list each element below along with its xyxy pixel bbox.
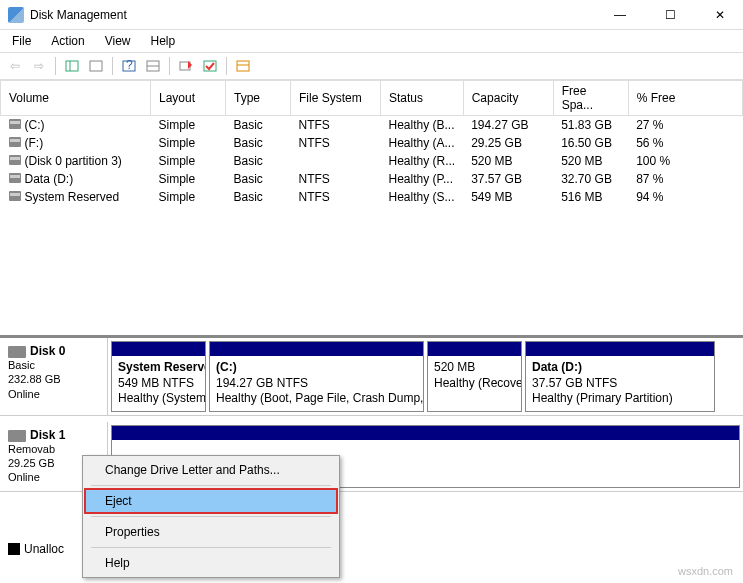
ctx-eject[interactable]: Eject [85, 489, 337, 513]
partition[interactable]: System Reserved 549 MB NTFS Healthy (Sys… [111, 341, 206, 412]
partition-bar [112, 426, 739, 440]
partition[interactable]: 520 MB Healthy (Recovery [427, 341, 522, 412]
partition-bar [112, 342, 205, 356]
svg-text:?: ? [126, 58, 133, 72]
table-row[interactable]: Data (D:)SimpleBasicNTFSHealthy (P...37.… [1, 170, 743, 188]
partition-health: Healthy (Boot, Page File, Crash Dump, [216, 391, 417, 407]
minimize-button[interactable]: — [605, 8, 635, 22]
disk-icon [8, 430, 26, 442]
toolbar-icon-6[interactable] [199, 55, 221, 77]
partition-title: System Reserved [118, 360, 199, 376]
maximize-button[interactable]: ☐ [655, 8, 685, 22]
col-free[interactable]: Free Spa... [553, 81, 628, 116]
forward-button[interactable]: ⇨ [28, 55, 50, 77]
table-row[interactable]: (Disk 0 partition 3)SimpleBasicHealthy (… [1, 152, 743, 170]
col-fs[interactable]: File System [291, 81, 381, 116]
toolbar-icon-1[interactable] [61, 55, 83, 77]
menu-view[interactable]: View [97, 32, 139, 50]
ctx-change-drive-letter[interactable]: Change Drive Letter and Paths... [85, 458, 337, 482]
svg-rect-8 [204, 61, 216, 71]
partition-bar [428, 342, 521, 356]
partition-size: 549 MB NTFS [118, 376, 199, 392]
col-status[interactable]: Status [381, 81, 464, 116]
col-layout[interactable]: Layout [151, 81, 226, 116]
legend-unallocated: Unalloc [8, 542, 64, 556]
toolbar-icon-2[interactable] [85, 55, 107, 77]
table-row[interactable]: (C:)SimpleBasicNTFSHealthy (B...194.27 G… [1, 116, 743, 135]
partition-health: Healthy (Primary Partition) [532, 391, 708, 407]
col-capacity[interactable]: Capacity [463, 81, 553, 116]
context-menu: Change Drive Letter and Paths... Eject P… [82, 455, 340, 578]
window-title: Disk Management [30, 8, 605, 22]
partition-size: 520 MB [434, 360, 515, 376]
partition-title: (C:) [216, 360, 417, 376]
partition[interactable]: (C:) 194.27 GB NTFS Healthy (Boot, Page … [209, 341, 424, 412]
app-icon [8, 7, 24, 23]
svg-rect-9 [237, 61, 249, 71]
partition[interactable]: Data (D:) 37.57 GB NTFS Healthy (Primary… [525, 341, 715, 412]
table-row[interactable]: System ReservedSimpleBasicNTFSHealthy (S… [1, 188, 743, 206]
close-button[interactable]: ✕ [705, 8, 735, 22]
disk-icon [8, 346, 26, 358]
toolbar-icon-7[interactable] [232, 55, 254, 77]
partition-health: Healthy (Recovery [434, 376, 515, 392]
disk0-partitions: System Reserved 549 MB NTFS Healthy (Sys… [108, 338, 743, 415]
menu-action[interactable]: Action [43, 32, 92, 50]
toolbar-icon-5[interactable] [175, 55, 197, 77]
ctx-properties[interactable]: Properties [85, 520, 337, 544]
col-pctfree[interactable]: % Free [628, 81, 742, 116]
menu-help[interactable]: Help [143, 32, 184, 50]
volume-icon [9, 137, 21, 147]
toolbar-icon-4[interactable] [142, 55, 164, 77]
back-button[interactable]: ⇦ [4, 55, 26, 77]
disk0-row: Disk 0 Basic 232.88 GB Online System Res… [0, 338, 743, 416]
table-row[interactable]: (F:)SimpleBasicNTFSHealthy (A...29.25 GB… [1, 134, 743, 152]
unallocated-swatch [8, 543, 20, 555]
volume-icon [9, 191, 21, 201]
partition-size: 194.27 GB NTFS [216, 376, 417, 392]
partition-bar [210, 342, 423, 356]
partition-size: 37.57 GB NTFS [532, 376, 708, 392]
partition-health: Healthy (System, A [118, 391, 199, 407]
refresh-button[interactable]: ? [118, 55, 140, 77]
col-type[interactable]: Type [226, 81, 291, 116]
watermark: wsxdn.com [678, 565, 733, 577]
titlebar: Disk Management — ☐ ✕ [0, 0, 743, 30]
menu-file[interactable]: File [4, 32, 39, 50]
disk0-info[interactable]: Disk 0 Basic 232.88 GB Online [0, 338, 108, 415]
volume-icon [9, 119, 21, 129]
toolbar: ⇦ ⇨ ? [0, 52, 743, 80]
partition-bar [526, 342, 714, 356]
svg-rect-2 [90, 61, 102, 71]
svg-rect-0 [66, 61, 78, 71]
table-header-row: Volume Layout Type File System Status Ca… [1, 81, 743, 116]
volume-table[interactable]: Volume Layout Type File System Status Ca… [0, 80, 743, 206]
col-volume[interactable]: Volume [1, 81, 151, 116]
partition-title: Data (D:) [532, 360, 708, 376]
menubar: File Action View Help [0, 30, 743, 52]
volume-icon [9, 155, 21, 165]
volume-icon [9, 173, 21, 183]
ctx-help[interactable]: Help [85, 551, 337, 575]
